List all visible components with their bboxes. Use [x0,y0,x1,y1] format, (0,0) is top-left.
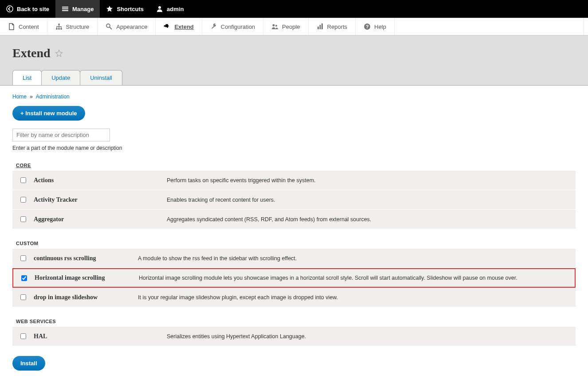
nav-people-label: People [282,23,300,30]
module-row: AggregatorAggregates syndicated content … [12,210,576,229]
svg-point-11 [275,25,277,27]
module-checkbox-cell [12,333,34,339]
nav-extend-label: Extend [174,23,193,30]
nav-structure[interactable]: Structure [47,18,98,35]
breadcrumb: Home » Administration [12,94,576,106]
module-description: Enables tracking of recent content for u… [167,197,569,203]
svg-point-10 [273,24,275,27]
svg-point-4 [158,6,161,9]
favorite-star-icon[interactable] [55,49,63,57]
breadcrumb-sep: » [28,94,35,100]
module-description: Horizontal image scrolling module lets y… [139,275,568,281]
hamburger-icon [62,5,69,12]
module-checkbox-cell [12,197,34,203]
module-description: Perform tasks on specific events trigger… [167,177,569,184]
admin-link[interactable]: admin [150,0,190,18]
svg-point-8 [60,28,62,30]
group-webservices-heading: WEB SERVICES [16,319,576,324]
shortcuts-link[interactable]: Shortcuts [100,0,150,18]
structure-icon [55,23,63,30]
module-name[interactable]: HAL [34,333,167,340]
main-content: Home » Administration + Install new modu… [0,86,588,383]
module-row: Activity TrackerEnables tracking of rece… [12,190,576,210]
content-icon [8,23,15,30]
svg-text:?: ? [366,24,369,29]
module-checkbox[interactable] [20,177,26,183]
module-description: Aggregates syndicated content (RSS, RDF,… [167,216,569,223]
tab-uninstall[interactable]: Uninstall [80,70,122,85]
group-custom-heading: CUSTOM [16,241,576,246]
install-new-module-button[interactable]: + Install new module [12,106,85,121]
admin-label: admin [167,6,184,12]
filter-help: Enter a part of the module name or descr… [12,145,576,151]
header-region: Extend List Update Uninstall [0,35,588,86]
back-to-site-link[interactable]: Back to site [0,0,55,18]
admin-nav: Content Structure Appearance Extend Conf… [0,18,588,35]
module-checkbox[interactable] [20,255,26,261]
user-icon [156,5,163,12]
back-to-site-label: Back to site [17,6,49,12]
nav-reports-label: Reports [327,23,348,30]
svg-point-6 [56,28,58,30]
module-checkbox[interactable] [20,216,26,222]
module-checkbox[interactable] [20,197,26,203]
webservices-module-list: HALSerializes entities using Hypertext A… [12,327,576,346]
svg-rect-3 [62,10,68,11]
module-row: Horizontal image scrollingHorizontal ima… [12,268,576,288]
svg-point-0 [7,6,13,12]
svg-rect-14 [321,23,323,29]
module-name[interactable]: Horizontal image scrolling [35,274,139,281]
manage-label: Manage [72,6,94,12]
nav-help[interactable]: ? Help [356,18,395,35]
nav-extend[interactable]: Extend [156,18,202,35]
svg-point-7 [58,28,60,30]
module-checkbox-cell [12,216,34,222]
module-checkbox[interactable] [20,294,26,300]
module-name[interactable]: Aggregator [34,216,167,223]
custom-module-list: continuous rss scrollingA module to show… [12,249,576,307]
nav-appearance[interactable]: Appearance [98,18,156,35]
nav-help-label: Help [374,23,386,30]
svg-rect-2 [62,8,68,9]
reports-icon [317,23,324,30]
tab-update[interactable]: Update [41,70,80,85]
module-checkbox-cell [12,255,34,261]
nav-appearance-label: Appearance [116,23,147,30]
module-name[interactable]: Activity Tracker [34,196,167,203]
module-checkbox[interactable] [20,333,26,339]
nav-content-label: Content [19,23,39,30]
module-row: ActionsPerform tasks on specific events … [12,171,576,190]
module-checkbox-cell [12,177,34,183]
nav-reports[interactable]: Reports [309,18,356,35]
module-row: HALSerializes entities using Hypertext A… [12,327,576,346]
nav-edge [584,18,588,35]
svg-point-9 [106,24,110,27]
appearance-icon [106,23,113,30]
module-description: A module to show the rss feed in the sid… [138,255,569,262]
module-checkbox-cell [12,294,34,300]
module-name[interactable]: Actions [34,177,167,184]
svg-rect-1 [62,7,68,8]
tab-list[interactable]: List [12,70,42,85]
page-title: Extend [12,46,51,60]
group-core-heading[interactable]: CORE [16,163,576,168]
nav-content[interactable]: Content [0,18,47,35]
breadcrumb-administration[interactable]: Administration [36,94,70,100]
module-row: drop in image slideshowIt is your regula… [12,288,576,307]
filter-input[interactable] [12,129,110,141]
install-button[interactable]: Install [12,356,45,371]
manage-link[interactable]: Manage [55,0,100,18]
module-name[interactable]: continuous rss scrolling [34,255,138,262]
filter-row: Enter a part of the module name or descr… [12,129,576,151]
configuration-icon [210,23,217,30]
module-checkbox[interactable] [21,275,27,281]
svg-rect-13 [319,25,321,29]
star-icon [106,5,113,12]
core-module-list: ActionsPerform tasks on specific events … [12,171,576,229]
nav-people[interactable]: People [263,18,308,35]
module-name[interactable]: drop in image slideshow [34,294,138,301]
nav-configuration[interactable]: Configuration [202,18,263,35]
module-description: It is your regular image slideshow plugi… [138,294,569,301]
nav-structure-label: Structure [66,23,90,30]
breadcrumb-home[interactable]: Home [12,94,27,100]
